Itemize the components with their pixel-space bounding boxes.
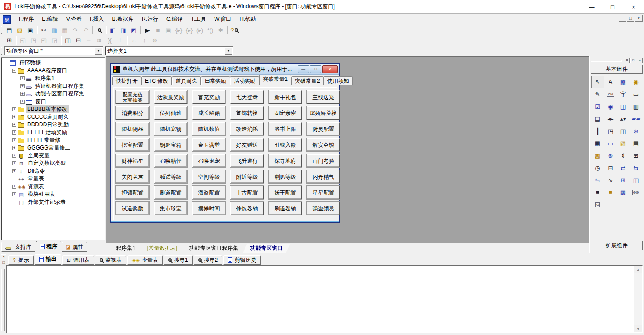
tree-item[interactable]: +功能专区窗口程序集 — [2, 90, 105, 98]
toggle-left-panel-icon[interactable]: ◧ — [108, 25, 118, 35]
animation-box-icon[interactable]: ◫ — [617, 125, 629, 137]
combo-box-icon[interactable]: ▤ — [591, 113, 604, 125]
form-button[interactable]: 上古配置 — [230, 186, 264, 199]
dock-tab-搜寻2[interactable]: 搜寻2 — [194, 255, 223, 265]
list-box-icon[interactable]: ▥ — [629, 100, 642, 113]
new-file-icon[interactable]: ▤ — [4, 25, 15, 35]
slider-icon[interactable]: ╂ — [591, 125, 604, 137]
dock-restore-button[interactable]: □ — [1, 260, 6, 265]
menu-item-e[interactable]: E.编辑 — [38, 14, 62, 25]
form-button[interactable]: 固定亲密 — [269, 106, 302, 120]
form-button[interactable]: 金玉满堂 — [192, 138, 225, 151]
form-tab[interactable]: 道具耐久 — [172, 76, 201, 85]
dock-tab-调用表[interactable]: ⊞调用表 — [62, 255, 94, 265]
tree-expander-icon[interactable]: + — [12, 185, 16, 189]
form-button[interactable]: 集市珍宝 — [154, 202, 187, 215]
color-picker-icon[interactable]: ▩ — [591, 150, 604, 162]
net-receive-icon[interactable]: ⇆ — [629, 162, 642, 174]
hyperlink-icon[interactable]: ⊛ — [604, 150, 617, 162]
open-file-icon[interactable]: ▧ — [15, 25, 25, 35]
form-button[interactable]: 内丹精气 — [307, 170, 340, 183]
form-button[interactable]: 探寻地府 — [269, 154, 302, 167]
menu-item-i[interactable]: I.插入 — [86, 14, 108, 25]
form-button[interactable]: 关闭老君 — [116, 170, 149, 183]
form-button[interactable]: 星星配置 — [307, 186, 340, 199]
form-button[interactable]: 飞升道行 — [230, 154, 264, 167]
scroll-down-icon[interactable]: ▼ — [634, 325, 642, 332]
form-button[interactable]: 山门考验 — [307, 154, 340, 167]
tree-expander-icon[interactable]: + — [12, 192, 16, 196]
form-tab[interactable]: 使用须知 — [324, 76, 353, 85]
tab-frame-icon[interactable]: ◳ — [604, 125, 617, 137]
dock-tab-搜寻1[interactable]: 搜寻1 — [164, 255, 193, 265]
form-button[interactable]: 改造消耗 — [230, 122, 264, 135]
toolbar-grip[interactable] — [1, 26, 2, 34]
chevron-down-icon[interactable]: ▼ — [95, 47, 102, 55]
palette-float-button[interactable]: □ — [630, 58, 636, 63]
com-cable-icon[interactable]: ∿ — [604, 174, 617, 186]
ip-edit-icon[interactable]: ▭ — [604, 137, 617, 150]
form-button[interactable]: 主线送宠 — [307, 90, 340, 104]
panel-icon[interactable]: ▭ — [629, 88, 642, 100]
output-scrollbar[interactable]: ▲ ▼ — [634, 266, 642, 332]
form-button[interactable]: 位列仙班 — [154, 106, 187, 120]
tree-expander-icon[interactable]: + — [12, 146, 16, 150]
dock-tab-剪辑历史[interactable]: 剪辑历史 — [223, 255, 261, 265]
tree-expander-icon[interactable]: + — [12, 169, 16, 173]
form-button[interactable]: 配置充值 元宝抽奖 — [116, 90, 149, 104]
maximize-button[interactable]: □ — [602, 0, 623, 14]
form-button[interactable]: 修炼卷轴 — [230, 202, 264, 215]
left-tab-支持库[interactable]: 支持库 — [1, 242, 35, 252]
image-group-icon[interactable]: ◉ — [629, 76, 642, 88]
window-selector-combo[interactable]: 功能专区窗口 * ▼ — [4, 46, 103, 55]
tree-expander-icon[interactable]: + — [20, 92, 25, 96]
tree-item[interactable]: ▢外部文件记录表 — [2, 198, 105, 206]
progress-bar-icon[interactable]: ▰▰ — [629, 113, 642, 125]
tree-item[interactable]: +▤模块引用表 — [2, 190, 105, 198]
menu-item-h[interactable]: H.帮助 — [235, 14, 260, 25]
form-maximize-button[interactable]: □ — [310, 65, 321, 73]
menu-item-t[interactable]: T.工具 — [187, 14, 210, 25]
tree-item[interactable]: +◈◈资源表 — [2, 183, 105, 190]
form-button[interactable]: 消费积分 — [116, 106, 149, 120]
tree-expander-icon[interactable]: + — [12, 115, 16, 119]
form-button[interactable]: 召唤精怪 — [154, 154, 187, 167]
tree-item[interactable]: +DDDDD日常奖励 — [2, 121, 105, 129]
vscrollbar-icon[interactable]: ▴▾ — [617, 113, 629, 125]
menu-item-r[interactable]: R.运行 — [138, 14, 162, 25]
form-button[interactable]: 首充奖励 — [192, 90, 225, 104]
form-button[interactable]: 好友赠送 — [230, 138, 264, 151]
form-titlebar[interactable]: 单机六周年 此工具仅限技术交流、并在单机测试游戏下使用，勿用于... —□× — [111, 64, 339, 75]
basic-components-button[interactable]: 基本组件 — [591, 65, 643, 74]
tree-item[interactable]: ●●常量表... — [2, 175, 105, 183]
tree-item[interactable]: +GGGGG常量修二 — [2, 144, 105, 152]
dock-tab-提示[interactable]: ?提示 — [8, 255, 34, 265]
file-listbox-icon[interactable]: ≡ — [591, 186, 604, 199]
form-designer-icon[interactable]: ⊞ — [4, 36, 15, 45]
tree-expander-icon[interactable]: − — [12, 69, 16, 73]
form-button[interactable]: 空间等级 — [192, 170, 225, 183]
menu-item-f[interactable]: F.程序 — [15, 14, 38, 25]
timer-clock-icon[interactable]: ◷ — [591, 162, 604, 174]
tree-expander-icon[interactable]: + — [12, 130, 16, 135]
tree-item[interactable]: +FFFFF常量修一 — [2, 136, 105, 144]
form-button[interactable]: 喊话等级 — [154, 170, 187, 183]
mdi-minimize-button[interactable]: _ — [619, 15, 626, 22]
checkbox-icon[interactable]: ☑ — [591, 100, 604, 113]
form-button[interactable]: 附近等级 — [230, 170, 264, 183]
copy-icon[interactable]: ▥ — [49, 25, 60, 35]
extended-components-button[interactable]: 扩展组件 — [591, 241, 643, 250]
form-close-button[interactable]: × — [322, 65, 338, 73]
tree-item[interactable]: +⊞自定义数据类型 — [2, 160, 105, 167]
tree-item[interactable]: +窗口 — [2, 98, 105, 105]
hscrollbar-icon[interactable]: ◂▸ — [604, 113, 617, 125]
dock-tab-监视表[interactable]: 监视表 — [95, 255, 126, 265]
edit-box-icon[interactable]: ✎ — [591, 88, 604, 100]
rich-edit-icon[interactable]: ▤ — [629, 137, 642, 150]
tree-expander-icon[interactable]: + — [12, 107, 16, 111]
label-icon[interactable]: A — [604, 76, 617, 88]
minimize-button[interactable]: — — [581, 0, 602, 14]
tree-item[interactable]: +BBBBB版本修改 — [2, 105, 105, 113]
cut-icon[interactable]: ✂ — [39, 25, 49, 35]
form-button[interactable]: 刷道配置 — [154, 186, 187, 199]
